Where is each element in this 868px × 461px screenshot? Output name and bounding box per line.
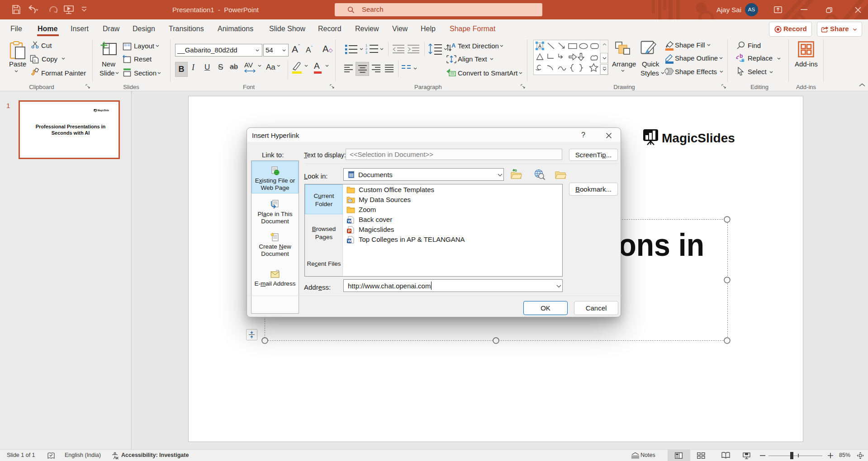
svg-text:2: 2 xyxy=(365,47,367,51)
svg-text:MagicSlides: MagicSlides xyxy=(98,109,109,112)
svg-text:A: A xyxy=(451,42,456,49)
svg-text:3: 3 xyxy=(365,51,367,54)
svg-text:c: c xyxy=(741,57,745,63)
svg-text:W: W xyxy=(348,239,352,243)
svg-text:MagicSlides: MagicSlides xyxy=(662,131,735,145)
svg-text:P: P xyxy=(348,229,351,233)
svg-text:1: 1 xyxy=(365,44,367,47)
svg-text:W: W xyxy=(348,219,352,223)
svg-text:A: A xyxy=(538,43,541,49)
svg-text:5: 5 xyxy=(515,169,517,173)
